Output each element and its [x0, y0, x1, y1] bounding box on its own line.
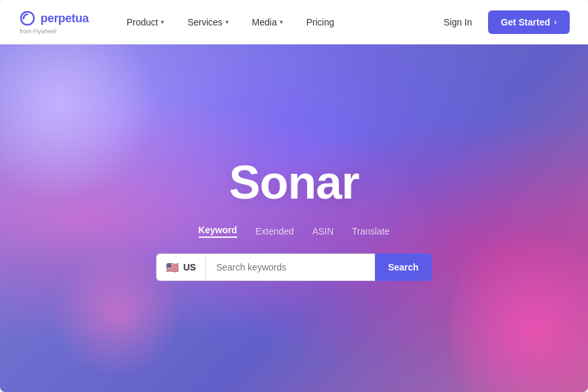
- nav-item-pricing[interactable]: Pricing: [295, 12, 346, 33]
- nav-item-pricing-label: Pricing: [306, 17, 335, 27]
- flag-icon: 🇺🇸: [166, 261, 179, 274]
- chevron-down-icon: ▾: [225, 18, 229, 25]
- svg-point-0: [23, 18, 25, 20]
- nav-item-media-label: Media: [252, 17, 277, 27]
- logo-text: perpetua: [41, 12, 89, 25]
- nav-item-product-label: Product: [127, 17, 158, 27]
- get-started-label: Get Started: [501, 17, 550, 27]
- sign-in-button[interactable]: Sign In: [436, 12, 480, 33]
- hero-section: Sonar Keyword Extended ASIN Translate 🇺🇸…: [0, 44, 588, 392]
- nav-right: Sign In Get Started ›: [436, 10, 570, 34]
- chevron-down-icon: ▾: [280, 18, 283, 25]
- search-input[interactable]: [205, 253, 375, 281]
- get-started-button[interactable]: Get Started ›: [488, 10, 570, 34]
- nav-item-services[interactable]: Services ▾: [176, 12, 240, 33]
- country-selector[interactable]: 🇺🇸 US: [156, 253, 204, 281]
- hero-title: Sonar: [229, 155, 359, 209]
- chevron-down-icon: ▾: [161, 18, 164, 25]
- page-wrapper: perpetua from Flywheel Product ▾ Service…: [0, 0, 588, 392]
- logo-icon: perpetua: [18, 9, 89, 27]
- nav-item-media[interactable]: Media ▾: [240, 12, 295, 33]
- nav-links: Product ▾ Services ▾ Media ▾ Pricing: [115, 12, 436, 33]
- tab-extended[interactable]: Extended: [255, 226, 294, 237]
- country-code: US: [183, 262, 195, 272]
- logo-area[interactable]: perpetua from Flywheel: [18, 9, 89, 35]
- tab-keyword[interactable]: Keyword: [199, 225, 237, 238]
- navbar: perpetua from Flywheel Product ▾ Service…: [0, 0, 588, 44]
- logo-sub: from Flywheel: [20, 28, 56, 35]
- tab-asin[interactable]: ASIN: [312, 226, 334, 237]
- search-bar: 🇺🇸 US Search: [156, 253, 431, 281]
- search-tabs: Keyword Extended ASIN Translate: [199, 225, 390, 238]
- tab-translate[interactable]: Translate: [352, 226, 390, 237]
- hero-content: Sonar Keyword Extended ASIN Translate 🇺🇸…: [156, 155, 431, 281]
- arrow-right-icon: ›: [554, 18, 557, 27]
- logo-symbol-icon: [18, 9, 37, 27]
- nav-item-product[interactable]: Product ▾: [115, 12, 176, 33]
- nav-item-services-label: Services: [188, 17, 223, 27]
- search-button[interactable]: Search: [375, 253, 432, 281]
